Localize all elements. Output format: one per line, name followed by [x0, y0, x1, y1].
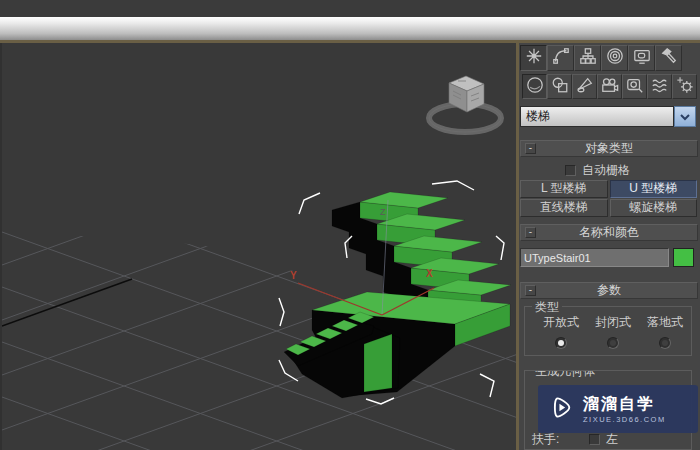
rollout-name-color-title: 名称和颜色: [579, 225, 639, 239]
category-dropdown[interactable]: 楼梯: [520, 106, 696, 127]
rollout-name-color-header[interactable]: - 名称和颜色: [520, 224, 698, 241]
main-toolbar-area: [0, 17, 700, 40]
box-type-radio[interactable]: [659, 337, 671, 349]
name-color-row: [520, 248, 697, 267]
closed-type-radio[interactable]: [607, 337, 619, 349]
cameras-icon: [601, 76, 619, 98]
play-icon: [548, 394, 575, 425]
category-cameras[interactable]: [597, 74, 622, 99]
modify-curve-icon: [552, 47, 570, 69]
stair-type-buttons: L 型楼梯 U 型楼梯 直线楼梯 螺旋楼梯: [520, 180, 697, 217]
category-systems[interactable]: [672, 74, 697, 99]
axis-label-x: X: [426, 268, 433, 279]
systems-gear-icon: [676, 76, 694, 98]
object-name-input[interactable]: [520, 248, 669, 267]
viewport-canvas: Y X Z: [2, 43, 516, 450]
3dsmax-window: { "ui": { "collapse_glyph": "-" }, "comm…: [0, 0, 700, 450]
u-type-stair-button[interactable]: U 型楼梯: [610, 180, 698, 198]
autogrid-checkbox[interactable]: [565, 165, 576, 176]
tab-modify[interactable]: [547, 45, 574, 71]
tab-utilities[interactable]: [655, 45, 682, 71]
rollout-object-type-title: 对象类型: [585, 141, 633, 155]
geometry-sphere-icon: [526, 76, 544, 98]
utilities-hammer-icon: [660, 47, 678, 69]
motion-rings-icon: [606, 47, 624, 69]
collapse-minus-icon[interactable]: -: [525, 143, 536, 154]
tab-create[interactable]: [520, 45, 547, 71]
space-warps-waves-icon: [651, 76, 669, 98]
handrail-left-checkbox[interactable]: [589, 434, 600, 445]
open-type-radio[interactable]: [555, 337, 567, 349]
perspective-viewport[interactable]: Y X Z: [0, 43, 518, 450]
hierarchy-tree-icon: [579, 47, 597, 69]
rollout-object-type-header[interactable]: - 对象类型: [520, 140, 698, 157]
display-monitor-icon: [633, 47, 651, 69]
category-lights[interactable]: [572, 74, 597, 99]
window-top-strip: [0, 0, 700, 17]
collapse-minus-icon[interactable]: -: [525, 285, 536, 296]
autogrid-label: 自动栅格: [582, 162, 630, 179]
axis-label-y: Y: [290, 270, 297, 281]
helpers-measure-icon: [626, 76, 644, 98]
axis-label-z: Z: [380, 207, 386, 217]
tab-motion[interactable]: [601, 45, 628, 71]
command-panel-tabs: [520, 45, 682, 71]
shapes-icon: [551, 76, 569, 98]
watermark-url: ZIXUE.3D66.COM: [583, 415, 666, 424]
spiral-stair-button[interactable]: 螺旋楼梯: [610, 199, 698, 217]
category-helpers[interactable]: [622, 74, 647, 99]
create-category-tabs: [522, 74, 697, 99]
handrail-left-label: 左: [606, 431, 618, 448]
category-dropdown-value: 楼梯: [520, 106, 674, 127]
create-starburst-icon: [525, 47, 543, 69]
category-shapes[interactable]: [547, 74, 572, 99]
dropdown-arrow-button[interactable]: [674, 106, 696, 127]
open-type-label: 开放式: [535, 314, 587, 331]
box-type-label: 落地式: [639, 314, 691, 331]
type-option-radios: [525, 331, 691, 349]
watermark-brand: 溜溜自学: [583, 395, 666, 413]
category-space-warps[interactable]: [647, 74, 672, 99]
handrail-label: 扶手:: [532, 431, 559, 448]
watermark: 溜溜自学 ZIXUE.3D66.COM: [538, 385, 698, 433]
type-group: 类型 开放式 封闭式 落地式: [524, 306, 692, 356]
straight-stair-button[interactable]: 直线楼梯: [520, 199, 608, 217]
tab-display[interactable]: [628, 45, 655, 71]
stair-object[interactable]: [284, 192, 511, 398]
collapse-minus-icon[interactable]: -: [525, 227, 536, 238]
l-type-stair-button[interactable]: L 型楼梯: [520, 180, 608, 198]
autogrid-row: 自动栅格: [519, 162, 697, 179]
rollout-parameters-header[interactable]: - 参数: [520, 282, 698, 299]
category-geometry[interactable]: [522, 74, 547, 99]
handrail-row: 扶手: 左: [532, 431, 618, 448]
lights-spotlight-icon: [576, 76, 594, 98]
chevron-down-icon: [679, 108, 691, 126]
object-color-swatch[interactable]: [673, 248, 694, 267]
grid-axis-line: [2, 279, 132, 326]
tab-hierarchy[interactable]: [574, 45, 601, 71]
generate-geometry-legend: 生成几何体: [532, 370, 598, 380]
closed-type-label: 封闭式: [587, 314, 639, 331]
view-cube[interactable]: [429, 76, 501, 132]
type-group-legend: 类型: [532, 299, 562, 316]
rollout-parameters-title: 参数: [597, 283, 621, 297]
